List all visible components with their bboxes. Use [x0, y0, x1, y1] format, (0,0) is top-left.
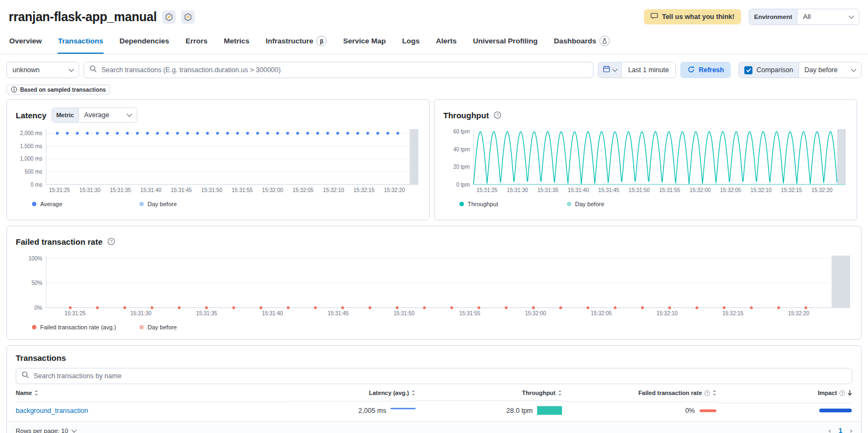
agent-icon-secondary[interactable]	[181, 10, 195, 24]
failed-rate-panel: Failed transaction rate ? 100%50%0%15:31…	[7, 226, 861, 340]
latency-title: Latency	[16, 111, 47, 120]
agent-icon[interactable]	[162, 10, 176, 24]
svg-text:15:31:30: 15:31:30	[79, 187, 100, 193]
latency-metric-select: Metric Average	[52, 107, 138, 123]
metric-label: Metric	[52, 108, 79, 122]
chevron-down-icon	[71, 427, 76, 432]
column-header-impact[interactable]: Impact?	[717, 384, 852, 400]
legend-dot	[32, 325, 36, 329]
transactions-title: Transactions	[16, 353, 852, 362]
question-icon[interactable]: ?	[107, 238, 115, 245]
svg-text:15:31:30: 15:31:30	[507, 187, 528, 193]
impact-cell	[717, 403, 852, 418]
refresh-icon	[687, 66, 695, 75]
page-number[interactable]: 1	[839, 427, 843, 433]
svg-text:60 tpm: 60 tpm	[453, 129, 470, 135]
legend-dot	[139, 202, 144, 206]
tab-infrastructure[interactable]: Infrastructureβ	[265, 30, 328, 54]
transaction-type-value: unknown	[12, 66, 40, 74]
svg-text:15:31:25: 15:31:25	[49, 187, 70, 193]
svg-text:?: ?	[496, 112, 499, 118]
tab-overview[interactable]: Overview	[9, 30, 42, 54]
throughput-legend: Throughput Day before	[443, 201, 848, 207]
svg-text:15:31:50: 15:31:50	[201, 187, 222, 193]
refresh-button[interactable]: Refresh	[680, 62, 731, 78]
filter-bar: unknown Last 1 minute Refresh Comparison…	[0, 54, 868, 81]
comparison-checkbox[interactable]	[744, 66, 752, 74]
sampled-transactions-badge: Based on sampled transactions	[7, 85, 110, 94]
tab-transactions[interactable]: Transactions	[58, 30, 104, 54]
comparison-select[interactable]: Day before	[799, 62, 861, 78]
column-header-latency[interactable]: Latency (avg.)	[291, 384, 416, 400]
svg-text:?: ?	[706, 391, 708, 394]
svg-text:?: ?	[110, 239, 113, 244]
question-icon[interactable]: ?	[494, 111, 501, 119]
tab-errors[interactable]: Errors	[185, 30, 208, 54]
svg-text:15:31:50: 15:31:50	[393, 310, 414, 316]
comparison-value: Day before	[805, 66, 838, 74]
calendar-button[interactable]	[598, 62, 622, 78]
transactions-panel: Transactions Name Latency (avg.) Through…	[7, 345, 861, 433]
beta-badge: β	[316, 36, 327, 46]
throughput-chart[interactable]: 60 tpm40 tpm20 tpm0 tpm15:31:2515:31:301…	[443, 126, 848, 195]
legend-dot	[139, 325, 144, 329]
transaction-type-select[interactable]: unknown	[7, 62, 79, 78]
legend-dot	[459, 202, 464, 206]
tab-universal-profiling[interactable]: Universal Profiling	[473, 30, 538, 54]
svg-text:15:31:35: 15:31:35	[196, 310, 217, 316]
transaction-link[interactable]: background_transaction	[16, 407, 88, 415]
previous-page-button[interactable]: ‹	[828, 426, 831, 433]
legend-item-day-before[interactable]: Day before	[139, 201, 247, 207]
comparison-toggle[interactable]: Comparison	[739, 62, 799, 78]
tab-logs[interactable]: Logs	[401, 30, 420, 54]
svg-text:15:31:40: 15:31:40	[141, 187, 162, 193]
comparison-control: Comparison Day before	[738, 62, 861, 78]
search-icon	[22, 371, 29, 381]
legend-dot	[32, 202, 36, 206]
svg-text:15:31:45: 15:31:45	[598, 187, 620, 193]
legend-item-failed-rate[interactable]: Failed transaction rate (avg.)	[32, 324, 139, 330]
svg-text:15:32:15: 15:32:15	[722, 310, 743, 316]
svg-text:15:31:45: 15:31:45	[171, 187, 192, 193]
svg-text:100%: 100%	[28, 256, 42, 262]
beaker-icon	[599, 36, 610, 46]
failed-rate-title: Failed transaction rate	[16, 237, 103, 246]
tab-service-map[interactable]: Service Map	[342, 30, 386, 54]
svg-text:15:31:25: 15:31:25	[65, 310, 86, 316]
legend-item-day-before[interactable]: Day before	[139, 324, 247, 330]
failed-rate-chart[interactable]: 100%50%0%15:31:2515:31:3015:31:3515:31:4…	[16, 252, 852, 319]
failed-rate-sparkline	[699, 409, 717, 413]
column-header-throughput[interactable]: Throughput	[416, 384, 562, 400]
svg-text:15:31:40: 15:31:40	[568, 187, 589, 193]
svg-text:15:32:15: 15:32:15	[354, 187, 375, 193]
legend-item-day-before[interactable]: Day before	[567, 201, 674, 207]
search-transactions-by-name-input[interactable]	[34, 372, 846, 380]
column-header-failed-rate[interactable]: Failed transaction rate?	[562, 384, 717, 400]
legend-item-average[interactable]: Average	[32, 201, 139, 207]
impact-bar	[819, 408, 852, 413]
next-page-button[interactable]: ›	[850, 426, 852, 433]
apm-service-page: rranjan-flask-app_manual Tell us what yo…	[0, 0, 868, 433]
legend-item-throughput[interactable]: Throughput	[459, 201, 567, 207]
page-header: rranjan-flask-app_manual Tell us what yo…	[0, 0, 868, 30]
rows-per-page-select[interactable]: Rows per page: 10	[16, 428, 76, 433]
tab-dependencies[interactable]: Dependencies	[119, 30, 170, 54]
tab-metrics[interactable]: Metrics	[223, 30, 250, 54]
svg-text:15:32:10: 15:32:10	[750, 187, 771, 193]
info-icon: ?	[704, 390, 710, 396]
table-search-bar	[16, 368, 852, 384]
svg-text:0 tpm: 0 tpm	[456, 182, 470, 188]
svg-text:15:32:20: 15:32:20	[788, 310, 809, 316]
svg-text:0%: 0%	[35, 305, 43, 311]
search-transactions-input[interactable]	[101, 66, 588, 74]
tab-alerts[interactable]: Alerts	[436, 30, 457, 54]
metric-value-select[interactable]: Average	[79, 108, 137, 122]
latency-chart[interactable]: 2,000 ms1,500 ms1,000 ms500 ms0 ms15:31:…	[16, 126, 420, 195]
feedback-button[interactable]: Tell us what you think!	[644, 9, 741, 24]
tab-dashboards[interactable]: Dashboards	[553, 30, 610, 54]
environment-select[interactable]: All	[797, 9, 859, 24]
throughput-panel: Throughput ? 60 tpm40 tpm20 tpm0 tpm15:3…	[434, 99, 857, 220]
column-header-name[interactable]: Name	[16, 384, 291, 400]
time-range-button[interactable]: Last 1 minute	[622, 62, 675, 78]
search-icon	[90, 65, 97, 75]
